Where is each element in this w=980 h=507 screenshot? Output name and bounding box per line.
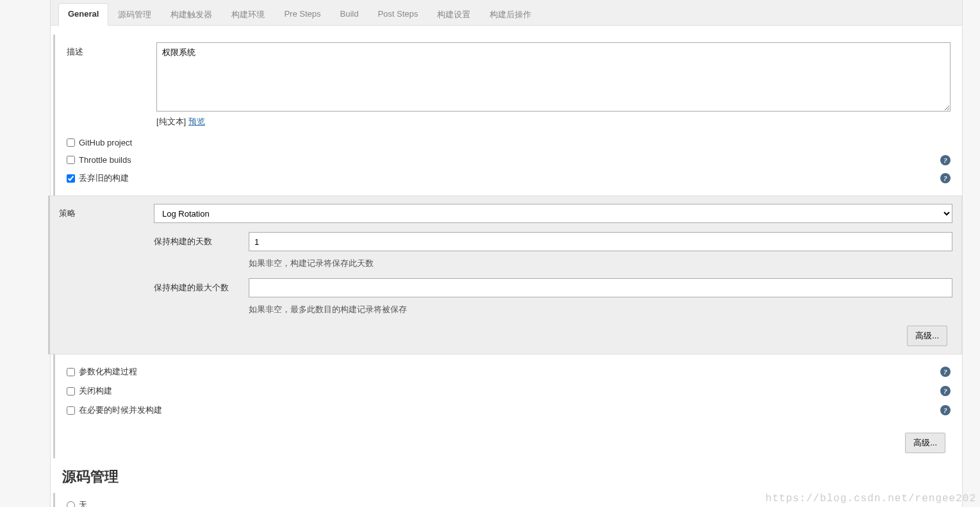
throttle-builds-label: Throttle builds [79, 155, 131, 165]
help-icon[interactable] [940, 367, 951, 377]
tab-post-build[interactable]: 构建后操作 [480, 3, 541, 26]
tab-general[interactable]: General [58, 3, 108, 26]
tab-post-steps[interactable]: Post Steps [368, 3, 428, 26]
days-to-keep-label: 保持构建的天数 [154, 232, 249, 247]
disable-build-label: 关闭构建 [79, 385, 112, 397]
tab-triggers[interactable]: 构建触发器 [161, 3, 222, 26]
strategy-label: 策略 [59, 204, 154, 219]
discard-old-builds-checkbox[interactable] [67, 174, 75, 183]
max-to-keep-label: 保持构建的最大个数 [154, 278, 249, 294]
advanced-button[interactable]: 高级... [907, 326, 947, 346]
github-project-checkbox[interactable] [67, 138, 75, 147]
help-icon[interactable] [940, 155, 951, 165]
max-to-keep-input[interactable] [249, 278, 952, 297]
max-to-keep-hint: 如果非空，最多此数目的构建记录将被保存 [249, 304, 952, 315]
tab-pre-steps[interactable]: Pre Steps [274, 3, 330, 26]
tab-build-settings[interactable]: 构建设置 [428, 3, 480, 26]
config-tabs: General 源码管理 构建触发器 构建环境 Pre Steps Build … [51, 0, 962, 26]
tab-environment[interactable]: 构建环境 [222, 3, 274, 26]
scm-section-title: 源码管理 [51, 458, 962, 493]
tab-build[interactable]: Build [331, 3, 369, 26]
description-textarea[interactable] [156, 42, 951, 112]
discard-old-builds-label: 丢弃旧的构建 [79, 172, 129, 184]
throttle-builds-checkbox[interactable] [67, 156, 75, 164]
parameterized-label: 参数化构建过程 [79, 366, 137, 378]
strategy-select[interactable]: Log Rotation [154, 204, 952, 223]
help-icon[interactable] [940, 173, 951, 183]
days-to-keep-hint: 如果非空，构建记录将保存此天数 [249, 258, 952, 269]
description-label: 描述 [67, 42, 156, 58]
tab-scm[interactable]: 源码管理 [108, 3, 161, 26]
disable-build-checkbox[interactable] [67, 387, 75, 395]
preview-link[interactable]: 预览 [188, 117, 205, 126]
help-icon[interactable] [940, 386, 951, 396]
help-icon[interactable] [940, 405, 951, 415]
plain-text-label: [纯文本] [156, 117, 186, 126]
days-to-keep-input[interactable] [249, 232, 952, 251]
scm-none-label: 无 [79, 499, 87, 507]
github-project-label: GitHub project [79, 138, 132, 147]
concurrent-label: 在必要的时候并发构建 [79, 404, 162, 416]
concurrent-checkbox[interactable] [67, 406, 75, 415]
scm-none-radio[interactable] [67, 501, 75, 508]
advanced-button-2[interactable]: 高级... [905, 433, 945, 453]
parameterized-checkbox[interactable] [67, 368, 75, 376]
